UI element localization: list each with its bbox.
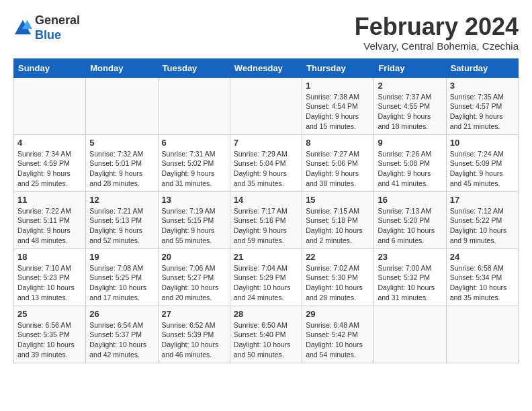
day-number: 8 xyxy=(306,138,370,148)
day-number: 5 xyxy=(89,138,154,148)
weekday-header-row: SundayMondayTuesdayWednesdayThursdayFrid… xyxy=(14,58,519,77)
day-info: Sunrise: 7:29 AMSunset: 5:04 PMDaylight:… xyxy=(234,149,298,189)
day-info: Sunrise: 7:06 AMSunset: 5:27 PMDaylight:… xyxy=(162,263,226,303)
calendar-cell: 4Sunrise: 7:34 AMSunset: 4:59 PMDaylight… xyxy=(14,134,86,191)
day-info: Sunrise: 7:26 AMSunset: 5:08 PMDaylight:… xyxy=(378,149,442,189)
day-number: 11 xyxy=(17,195,82,205)
calendar-cell: 9Sunrise: 7:26 AMSunset: 5:08 PMDaylight… xyxy=(374,134,446,191)
day-info: Sunrise: 6:56 AMSunset: 5:35 PMDaylight:… xyxy=(17,320,82,360)
day-info: Sunrise: 7:12 AMSunset: 5:22 PMDaylight:… xyxy=(450,206,515,246)
day-number: 9 xyxy=(378,138,442,148)
calendar-cell: 18Sunrise: 7:10 AMSunset: 5:23 PMDayligh… xyxy=(14,248,86,306)
day-info: Sunrise: 7:15 AMSunset: 5:18 PMDaylight:… xyxy=(306,206,370,246)
calendar-cell: 16Sunrise: 7:13 AMSunset: 5:20 PMDayligh… xyxy=(374,191,446,248)
day-number: 27 xyxy=(162,309,226,319)
day-number: 17 xyxy=(450,195,515,205)
calendar-cell: 3Sunrise: 7:35 AMSunset: 4:57 PMDaylight… xyxy=(446,77,518,134)
day-info: Sunrise: 7:08 AMSunset: 5:25 PMDaylight:… xyxy=(89,263,154,303)
day-info: Sunrise: 7:04 AMSunset: 5:29 PMDaylight:… xyxy=(234,263,298,303)
calendar-cell: 19Sunrise: 7:08 AMSunset: 5:25 PMDayligh… xyxy=(86,248,158,306)
calendar-cell: 28Sunrise: 6:50 AMSunset: 5:40 PMDayligh… xyxy=(230,306,302,363)
day-number: 10 xyxy=(450,138,515,148)
day-number: 22 xyxy=(306,252,370,262)
day-number: 6 xyxy=(162,138,226,148)
calendar-cell: 26Sunrise: 6:54 AMSunset: 5:37 PMDayligh… xyxy=(86,306,158,363)
day-info: Sunrise: 7:19 AMSunset: 5:15 PMDaylight:… xyxy=(162,206,226,246)
calendar-cell: 14Sunrise: 7:17 AMSunset: 5:16 PMDayligh… xyxy=(230,191,302,248)
day-info: Sunrise: 7:13 AMSunset: 5:20 PMDaylight:… xyxy=(378,206,442,246)
day-number: 24 xyxy=(450,252,515,262)
calendar-cell: 20Sunrise: 7:06 AMSunset: 5:27 PMDayligh… xyxy=(158,248,230,306)
calendar-week-row: 4Sunrise: 7:34 AMSunset: 4:59 PMDaylight… xyxy=(14,134,519,191)
day-number: 20 xyxy=(162,252,226,262)
day-info: Sunrise: 7:02 AMSunset: 5:30 PMDaylight:… xyxy=(306,263,370,303)
calendar-week-row: 18Sunrise: 7:10 AMSunset: 5:23 PMDayligh… xyxy=(14,248,519,306)
calendar-cell: 2Sunrise: 7:37 AMSunset: 4:55 PMDaylight… xyxy=(374,77,446,134)
day-info: Sunrise: 7:10 AMSunset: 5:23 PMDaylight:… xyxy=(17,263,82,303)
day-info: Sunrise: 7:27 AMSunset: 5:06 PMDaylight:… xyxy=(306,149,370,189)
calendar-cell: 21Sunrise: 7:04 AMSunset: 5:29 PMDayligh… xyxy=(230,248,302,306)
calendar-cell: 23Sunrise: 7:00 AMSunset: 5:32 PMDayligh… xyxy=(374,248,446,306)
day-number: 25 xyxy=(17,309,82,319)
logo-icon xyxy=(13,19,32,38)
calendar-week-row: 11Sunrise: 7:22 AMSunset: 5:11 PMDayligh… xyxy=(14,191,519,248)
weekday-header-saturday: Saturday xyxy=(446,58,518,77)
day-info: Sunrise: 7:00 AMSunset: 5:32 PMDaylight:… xyxy=(378,263,442,303)
calendar-cell xyxy=(158,77,230,134)
day-number: 7 xyxy=(234,138,298,148)
day-number: 28 xyxy=(234,309,298,319)
day-info: Sunrise: 7:38 AMSunset: 4:54 PMDaylight:… xyxy=(306,92,370,132)
day-number: 29 xyxy=(306,309,370,319)
day-info: Sunrise: 7:17 AMSunset: 5:16 PMDaylight:… xyxy=(234,206,298,246)
day-number: 23 xyxy=(378,252,442,262)
day-info: Sunrise: 6:52 AMSunset: 5:39 PMDaylight:… xyxy=(162,320,226,360)
day-number: 19 xyxy=(89,252,154,262)
weekday-header-sunday: Sunday xyxy=(14,58,86,77)
page-header: General Blue February 2024 Velvary, Cent… xyxy=(13,13,519,52)
calendar-cell: 6Sunrise: 7:31 AMSunset: 5:02 PMDaylight… xyxy=(158,134,230,191)
calendar-cell xyxy=(230,77,302,134)
day-info: Sunrise: 6:50 AMSunset: 5:40 PMDaylight:… xyxy=(234,320,298,360)
calendar-week-row: 25Sunrise: 6:56 AMSunset: 5:35 PMDayligh… xyxy=(14,306,519,363)
calendar-cell: 10Sunrise: 7:24 AMSunset: 5:09 PMDayligh… xyxy=(446,134,518,191)
weekday-header-thursday: Thursday xyxy=(302,58,374,77)
calendar-cell xyxy=(14,77,86,134)
calendar-cell: 5Sunrise: 7:32 AMSunset: 5:01 PMDaylight… xyxy=(86,134,158,191)
calendar-cell: 17Sunrise: 7:12 AMSunset: 5:22 PMDayligh… xyxy=(446,191,518,248)
calendar-cell xyxy=(446,306,518,363)
day-info: Sunrise: 7:35 AMSunset: 4:57 PMDaylight:… xyxy=(450,92,515,132)
calendar-cell xyxy=(86,77,158,134)
day-number: 16 xyxy=(378,195,442,205)
weekday-header-monday: Monday xyxy=(86,58,158,77)
calendar-week-row: 1Sunrise: 7:38 AMSunset: 4:54 PMDaylight… xyxy=(14,77,519,134)
calendar-cell: 1Sunrise: 7:38 AMSunset: 4:54 PMDaylight… xyxy=(302,77,374,134)
day-info: Sunrise: 7:32 AMSunset: 5:01 PMDaylight:… xyxy=(89,149,154,189)
day-info: Sunrise: 6:54 AMSunset: 5:37 PMDaylight:… xyxy=(89,320,154,360)
calendar-cell: 25Sunrise: 6:56 AMSunset: 5:35 PMDayligh… xyxy=(14,306,86,363)
weekday-header-wednesday: Wednesday xyxy=(230,58,302,77)
day-info: Sunrise: 6:58 AMSunset: 5:34 PMDaylight:… xyxy=(450,263,515,303)
day-number: 2 xyxy=(378,81,442,91)
calendar-cell: 22Sunrise: 7:02 AMSunset: 5:30 PMDayligh… xyxy=(302,248,374,306)
day-number: 18 xyxy=(17,252,82,262)
calendar-cell xyxy=(374,306,446,363)
title-block: February 2024 Velvary, Central Bohemia, … xyxy=(355,13,519,52)
calendar-cell: 27Sunrise: 6:52 AMSunset: 5:39 PMDayligh… xyxy=(158,306,230,363)
day-info: Sunrise: 7:31 AMSunset: 5:02 PMDaylight:… xyxy=(162,149,226,189)
calendar-cell: 8Sunrise: 7:27 AMSunset: 5:06 PMDaylight… xyxy=(302,134,374,191)
logo-general-text: General xyxy=(35,13,80,27)
calendar-cell: 13Sunrise: 7:19 AMSunset: 5:15 PMDayligh… xyxy=(158,191,230,248)
day-number: 13 xyxy=(162,195,226,205)
day-info: Sunrise: 7:21 AMSunset: 5:13 PMDaylight:… xyxy=(89,206,154,246)
day-number: 12 xyxy=(89,195,154,205)
day-number: 21 xyxy=(234,252,298,262)
day-info: Sunrise: 7:37 AMSunset: 4:55 PMDaylight:… xyxy=(378,92,442,132)
day-number: 14 xyxy=(234,195,298,205)
weekday-header-tuesday: Tuesday xyxy=(158,58,230,77)
day-info: Sunrise: 7:34 AMSunset: 4:59 PMDaylight:… xyxy=(17,149,82,189)
day-number: 4 xyxy=(17,138,82,148)
day-info: Sunrise: 7:22 AMSunset: 5:11 PMDaylight:… xyxy=(17,206,82,246)
calendar-cell: 7Sunrise: 7:29 AMSunset: 5:04 PMDaylight… xyxy=(230,134,302,191)
calendar-cell: 29Sunrise: 6:48 AMSunset: 5:42 PMDayligh… xyxy=(302,306,374,363)
calendar-cell: 11Sunrise: 7:22 AMSunset: 5:11 PMDayligh… xyxy=(14,191,86,248)
